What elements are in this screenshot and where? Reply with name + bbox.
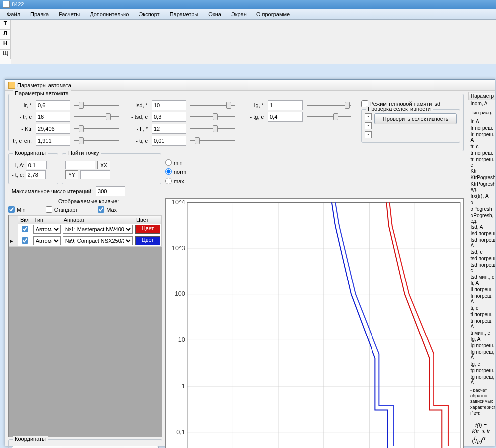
selectivity-chart[interactable]: 0,111010010^310^410^50,010,111010010^310… [165,198,464,448]
radio-max[interactable]: max [165,178,186,184]
param-row: Ig погреш, A [469,349,495,361]
menu-file[interactable]: Файл [2,10,25,19]
note-1: - расчет обратно зависимых характеристик… [468,386,494,418]
ii-input[interactable] [152,124,186,134]
grid-row-2[interactable]: ▸ Автомат №9; Compact NSX250/250; П Цвет [9,235,162,247]
param-row: tg погреш. [469,367,495,374]
ktr-input[interactable] [36,124,70,134]
menu-calc[interactable]: Расчеты [54,10,85,19]
ii-label: - Ii, * [128,126,148,132]
coord-group-2: Координаты Добавить кабель подключенный … [8,439,162,448]
find-y-input[interactable] [80,170,110,179]
row1-enabled[interactable] [22,226,28,232]
isd-input[interactable] [152,100,186,110]
param-row: Inom, A250 [469,100,495,107]
menubar: Файл Правка Расчеты Дополнительно Экспор… [0,9,496,20]
param-row: Тип расц.Micrologic 6.2E [469,107,495,118]
row2-enabled[interactable] [22,237,28,244]
trst-input[interactable] [36,136,70,146]
xx-button[interactable]: XX [97,161,110,169]
max-iter-input[interactable] [96,186,125,196]
ti-slider[interactable] [190,136,235,146]
curves-grid[interactable]: Вкл Тип Аппарат Цвет Автомат №1; Masterp… [8,215,162,437]
cb-max[interactable]: Max [98,206,117,213]
ktr-slider[interactable] [74,124,119,134]
menu-export[interactable]: Экспорт [134,10,164,19]
add-cable-button[interactable]: Добавить кабель подключенный к автомату [12,446,159,448]
check-selectivity-button[interactable]: Проверить селективность [374,113,457,124]
param-row: tg погреш, A [469,374,495,386]
isd-slider[interactable] [190,100,235,110]
ir-slider[interactable] [74,100,119,110]
dialog-titlebar: Параметры автомата [5,80,495,91]
yy-button[interactable]: YY [65,170,78,179]
tool-l[interactable]: Л [0,30,11,40]
svg-text:10: 10 [178,336,185,343]
param-row: ti, c0,01 [469,305,495,311]
param-row: Ir, погреш., А150-180 [469,131,495,143]
radio-min[interactable]: min [165,159,186,166]
ir-input[interactable] [36,100,70,110]
tsd-input[interactable] [152,112,186,122]
menu-extra[interactable]: Дополнительно [85,10,134,19]
ig-input[interactable] [268,100,303,110]
radio-norm[interactable]: norm [165,168,186,175]
dialog-icon [8,82,15,89]
group-legend-params: Параметры автомата [13,90,71,96]
param-row: ti погреш, А0,01-0,05 [469,318,495,330]
tool-n[interactable]: Н [0,40,11,50]
row2-app[interactable]: №9; Compact NSX250/250; П [63,236,133,245]
param-row: Isd погреш, A1350-1650 [469,237,495,249]
row2-color[interactable]: Цвет [135,236,160,245]
tr-slider[interactable] [74,112,119,122]
row1-app[interactable]: №1; Masterpact NW4000/4... [63,225,133,234]
sel-box-1[interactable]: - [365,113,372,120]
tc-input[interactable] [26,170,46,179]
svg-text:10^3: 10^3 [172,245,185,252]
menu-screen[interactable]: Экран [226,10,251,19]
ti-input[interactable] [152,136,186,146]
find-x-input[interactable] [65,161,95,169]
cb-min[interactable]: Min [8,206,26,213]
tg-input[interactable] [268,112,303,122]
param-row: αPogresh, ед.1,91-1,91 [469,212,495,224]
row1-color[interactable]: Цвет [135,225,160,234]
toolbar-strip: Т Л Н Щ [0,20,496,64]
sel-box-2[interactable]: - [365,122,372,129]
param-row: ti погреш.1-5 [469,311,495,318]
tool-t[interactable]: Т [0,20,11,30]
param-row: Ig погреш. [469,342,495,349]
tg-slider[interactable] [307,112,351,122]
tr-input[interactable] [36,112,70,122]
parameter-table-panel: ПараметрЗначение Inom, A250Тип расц.Micr… [467,91,495,446]
tsd-slider[interactable] [190,112,235,122]
diagram-canvas[interactable] [11,20,496,64]
sel-box-3[interactable]: - [365,131,372,138]
ia-input[interactable] [27,161,47,169]
param-row: α1,911 [469,199,495,206]
param-row: tr, c16 [469,143,495,150]
max-iter-label: - Максимальное число итераций: [8,188,93,194]
menu-params[interactable]: Параметры [165,10,204,19]
param-row: Isd, A1500 [469,224,495,230]
param-row: Ii погреш, А2550-3450 [469,293,495,305]
ii-slider[interactable] [190,124,235,134]
cb-std[interactable]: Стандарт [46,206,78,213]
param-row: KtrPogresh1-1 [469,174,495,181]
menu-about[interactable]: О программе [251,10,295,19]
ig-slider[interactable] [307,100,351,110]
menu-edit[interactable]: Правка [25,10,54,19]
param-row: ti мин., c0,01 [469,330,495,336]
param-row: Ir погреш.1-1,2 [469,125,495,131]
menu-windows[interactable]: Окна [203,10,226,19]
curves-label: Отображаемые кривые: [8,198,162,204]
ti-label: - ti, c [128,138,148,144]
trst-slider[interactable] [74,136,119,146]
grid-row-1[interactable]: Автомат №1; Masterpact NW4000/4... Цвет [9,224,162,235]
tool-sh[interactable]: Щ [0,50,11,59]
app-title: 8422 [12,1,24,7]
row1-type[interactable]: Автомат [33,225,61,234]
row2-type[interactable]: Автомат [33,236,61,245]
app-icon [3,1,10,8]
tsd-label: - tsd, c [128,114,148,120]
